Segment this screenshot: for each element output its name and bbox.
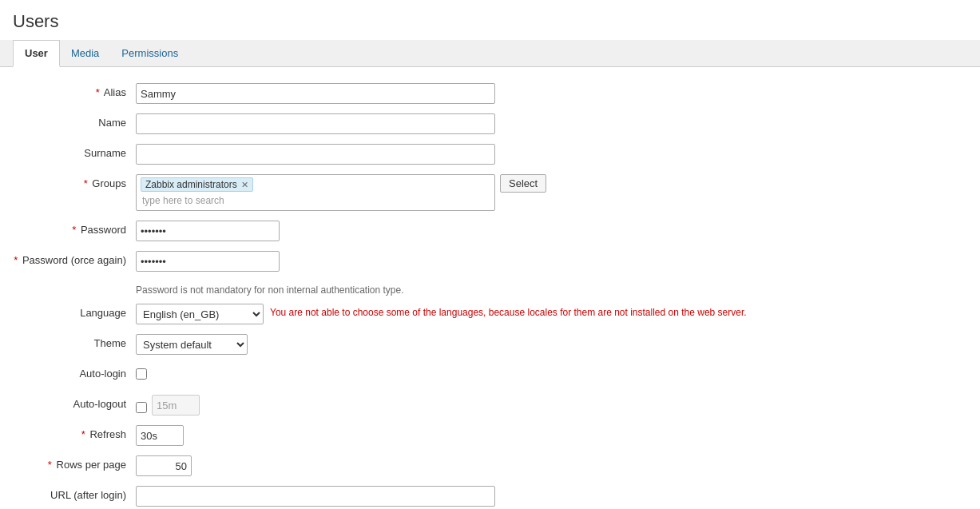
alias-required-star: *: [96, 86, 100, 98]
groups-wrapper: Zabbix administrators ✕ type here to sea…: [136, 174, 546, 211]
groups-select-button[interactable]: Select: [500, 174, 546, 193]
language-label: Language: [0, 304, 136, 319]
autologin-row: Auto-login: [0, 364, 980, 385]
password-again-required-star: *: [14, 254, 18, 266]
surname-row: Surname: [0, 144, 980, 165]
tab-permissions[interactable]: Permissions: [110, 41, 189, 67]
autologout-wrapper: [136, 395, 200, 416]
autologout-row: Auto-logout: [0, 395, 980, 416]
groups-field[interactable]: Zabbix administrators ✕ type here to sea…: [136, 174, 495, 211]
alias-row: * Alias: [0, 83, 980, 104]
password-required-star: *: [72, 224, 76, 236]
language-warning: You are not able to choose some of the l…: [270, 304, 747, 318]
password-again-label: * Password (orce again): [0, 251, 136, 266]
form-area: * Alias Name Surname * Groups Zabbix adm…: [0, 67, 980, 509]
autologin-checkbox[interactable]: [136, 368, 147, 380]
rows-per-page-input[interactable]: [136, 455, 192, 476]
groups-row: * Groups Zabbix administrators ✕ type he…: [0, 174, 980, 211]
page-title: Users: [0, 0, 980, 40]
password-row: * Password: [0, 221, 980, 241]
rows-per-page-row: * Rows per page: [0, 455, 980, 476]
tab-user[interactable]: User: [13, 40, 60, 67]
password-input[interactable]: [136, 221, 280, 241]
language-row-content: English (en_GB) You are not able to choo…: [136, 304, 747, 324]
password-info-text: Password is not mandatory for non intern…: [136, 281, 980, 296]
groups-required-star: *: [84, 177, 88, 189]
name-input[interactable]: [136, 113, 495, 134]
groups-search-hint: type here to search: [141, 193, 490, 208]
refresh-label: * Refresh: [0, 425, 136, 440]
group-tag-remove[interactable]: ✕: [241, 180, 248, 190]
theme-label: Theme: [0, 334, 136, 349]
name-label: Name: [0, 113, 136, 129]
group-tag-zabbix-admin: Zabbix administrators ✕: [141, 177, 253, 192]
rows-per-page-label: * Rows per page: [0, 455, 136, 471]
autologout-value-input: [152, 395, 200, 416]
password-again-row: * Password (orce again): [0, 251, 980, 272]
surname-label: Surname: [0, 144, 136, 159]
autologout-label: Auto-logout: [0, 395, 136, 410]
tab-media[interactable]: Media: [60, 41, 110, 67]
refresh-input[interactable]: [136, 425, 184, 446]
tab-bar: User Media Permissions: [0, 40, 980, 67]
url-input[interactable]: [136, 486, 495, 507]
alias-input[interactable]: [136, 83, 495, 104]
rows-required-star: *: [48, 459, 52, 471]
groups-label: * Groups: [0, 174, 136, 189]
url-label: URL (after login): [0, 486, 136, 501]
autologin-label: Auto-login: [0, 364, 136, 380]
refresh-row: * Refresh: [0, 425, 980, 446]
url-row: URL (after login): [0, 486, 980, 507]
language-row: Language English (en_GB) You are not abl…: [0, 304, 980, 324]
surname-input[interactable]: [136, 144, 495, 165]
language-select[interactable]: English (en_GB): [136, 304, 264, 324]
alias-label: * Alias: [0, 83, 136, 98]
password-label: * Password: [0, 221, 136, 236]
autologout-checkbox[interactable]: [136, 402, 147, 413]
name-row: Name: [0, 113, 980, 134]
theme-row: Theme System default Blue Dark: [0, 334, 980, 355]
refresh-required-star: *: [81, 428, 85, 440]
theme-select[interactable]: System default Blue Dark: [136, 334, 248, 355]
password-again-input[interactable]: [136, 251, 280, 272]
